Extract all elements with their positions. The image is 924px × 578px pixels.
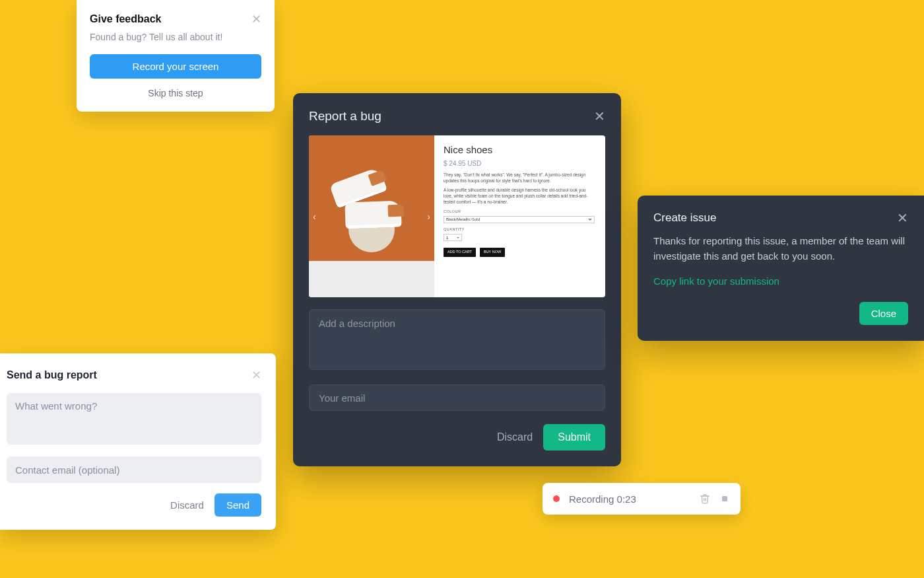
add-to-cart-button: ADD TO CART bbox=[444, 248, 476, 256]
product-price: $ 24.95 USD bbox=[444, 159, 595, 168]
discard-button[interactable]: Discard bbox=[170, 499, 204, 511]
buy-now-button: BUY NOW bbox=[480, 248, 505, 256]
recording-status-text: Recording 0:23 bbox=[569, 493, 690, 505]
close-icon[interactable]: ✕ bbox=[251, 368, 261, 382]
close-icon[interactable]: ✕ bbox=[594, 110, 605, 123]
report-title: Report a bug bbox=[309, 109, 381, 124]
create-issue-panel: Create issue ✕ Thanks for reporting this… bbox=[638, 196, 924, 341]
contact-email-input[interactable] bbox=[7, 456, 261, 483]
chevron-left-icon: ‹ bbox=[313, 211, 316, 222]
screenshot-preview: ‹ › Nice shoes $ 24.95 USD They say, "Do… bbox=[309, 135, 605, 297]
email-input[interactable] bbox=[309, 384, 605, 411]
submit-button[interactable]: Submit bbox=[543, 424, 605, 451]
send-title: Send a bug report bbox=[7, 369, 97, 381]
close-button[interactable]: Close bbox=[859, 302, 908, 325]
colour-label: COLOUR bbox=[444, 209, 595, 214]
record-indicator-icon bbox=[553, 495, 560, 502]
give-feedback-panel: Give feedback ✕ Found a bug? Tell us all… bbox=[77, 0, 275, 112]
screenshot-product-details: Nice shoes $ 24.95 USD They say, "Don't … bbox=[434, 135, 605, 297]
quantity-stepper: 1 bbox=[444, 234, 462, 241]
close-icon[interactable]: ✕ bbox=[251, 13, 261, 25]
feedback-title: Give feedback bbox=[90, 13, 162, 25]
issue-title: Create issue bbox=[653, 211, 716, 225]
close-icon[interactable]: ✕ bbox=[897, 211, 908, 225]
product-description-1: They say, "Don't fix what works". We say… bbox=[444, 172, 595, 184]
quantity-label: QUANTITY bbox=[444, 227, 595, 232]
feedback-subtitle: Found a bug? Tell us all about it! bbox=[90, 32, 261, 42]
stop-icon[interactable] bbox=[719, 493, 730, 504]
product-description-2: A low-profile silhouette and durable des… bbox=[444, 188, 595, 205]
chevron-right-icon: › bbox=[427, 211, 430, 222]
product-title: Nice shoes bbox=[444, 143, 595, 157]
screenshot-product-image: ‹ › bbox=[309, 135, 434, 297]
trash-icon[interactable] bbox=[700, 493, 710, 504]
recording-pill: Recording 0:23 bbox=[543, 483, 741, 515]
record-screen-button[interactable]: Record your screen bbox=[90, 54, 261, 79]
svg-rect-0 bbox=[722, 496, 727, 501]
discard-button[interactable]: Discard bbox=[497, 431, 533, 443]
send-button[interactable]: Send bbox=[214, 493, 261, 517]
send-bug-report-panel: Send a bug report ✕ Discard Send bbox=[0, 353, 276, 530]
report-bug-panel: Report a bug ✕ ‹ › Nice shoes $ 24.95 US… bbox=[293, 93, 621, 466]
colour-select: Black/Metallic Gold bbox=[444, 216, 595, 223]
issue-body: Thanks for reporting this issue, a membe… bbox=[653, 234, 908, 264]
copy-link[interactable]: Copy link to your submission bbox=[653, 275, 779, 287]
skip-step-button[interactable]: Skip this step bbox=[90, 88, 261, 98]
what-went-wrong-input[interactable] bbox=[7, 393, 261, 445]
description-input[interactable] bbox=[309, 309, 605, 370]
